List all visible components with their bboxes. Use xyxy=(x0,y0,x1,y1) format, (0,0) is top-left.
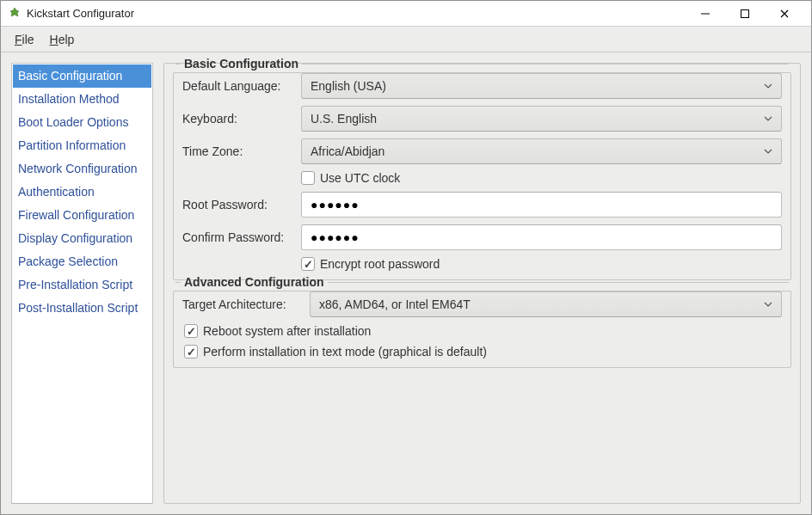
spacer xyxy=(173,378,791,494)
sidebar-item-basic-configuration[interactable]: Basic Configuration xyxy=(13,64,151,88)
sidebar-item-authentication[interactable]: Authentication xyxy=(13,181,151,204)
main-panel: Basic Configuration Default Language: En… xyxy=(163,63,801,504)
sidebar-item-partition-information[interactable]: Partition Information xyxy=(13,134,151,157)
titlebar: Kickstart Configurator xyxy=(1,1,811,27)
sidebar-item-pre-installation-script[interactable]: Pre-Installation Script xyxy=(13,273,151,297)
sidebar-list: Basic Configuration Installation Method … xyxy=(13,64,151,320)
sidebar-item-display-configuration[interactable]: Display Configuration xyxy=(13,227,151,250)
timezone-value: Africa/Abidjan xyxy=(311,144,384,158)
basic-config-legend: Basic Configuration xyxy=(181,57,302,71)
reboot-checkbox[interactable] xyxy=(184,324,198,338)
sidebar-item-boot-loader-options[interactable]: Boot Loader Options xyxy=(13,111,151,134)
sidebar-item-package-selection[interactable]: Package Selection xyxy=(13,250,151,273)
default-language-value: English (USA) xyxy=(311,79,386,93)
close-button[interactable] xyxy=(765,1,804,27)
sidebar-item-firewall-configuration[interactable]: Firewall Configuration xyxy=(13,204,151,227)
root-password-value: ●●●●●● xyxy=(311,198,360,212)
encrypt-root-label: Encrypt root password xyxy=(320,257,440,271)
app-window: Kickstart Configurator File Help Basic C… xyxy=(0,0,812,515)
use-utc-label: Use UTC clock xyxy=(320,171,400,185)
sidebar-item-network-configuration[interactable]: Network Configuration xyxy=(13,157,151,181)
advanced-config-group: Advanced Configuration Target Architectu… xyxy=(173,291,791,368)
chevron-down-icon xyxy=(764,149,772,154)
sidebar-item-post-installation-script[interactable]: Post-Installation Script xyxy=(13,297,151,320)
chevron-down-icon xyxy=(764,302,772,307)
window-controls xyxy=(686,1,804,27)
keyboard-label: Keyboard: xyxy=(182,112,294,126)
keyboard-value: U.S. English xyxy=(311,112,377,126)
app-icon xyxy=(8,7,22,21)
target-arch-value: x86, AMD64, or Intel EM64T xyxy=(319,297,471,311)
menu-file[interactable]: File xyxy=(8,29,41,50)
reboot-label: Reboot system after installation xyxy=(203,324,371,338)
root-password-input[interactable]: ●●●●●● xyxy=(301,192,782,218)
menu-help-label: elp xyxy=(58,33,75,46)
use-utc-checkbox-row[interactable]: Use UTC clock xyxy=(301,171,400,185)
default-language-combo[interactable]: English (USA) xyxy=(301,73,782,99)
basic-config-group: Basic Configuration Default Language: En… xyxy=(173,72,791,280)
timezone-label: Time Zone: xyxy=(182,144,294,158)
timezone-combo[interactable]: Africa/Abidjan xyxy=(301,138,782,164)
confirm-password-label: Confirm Password: xyxy=(182,230,294,244)
encrypt-root-checkbox[interactable] xyxy=(301,257,315,271)
default-language-label: Default Language: xyxy=(182,79,294,93)
textmode-label: Perform installation in text mode (graph… xyxy=(203,345,487,359)
encrypt-root-row[interactable]: Encrypt root password xyxy=(301,257,440,271)
advanced-config-legend: Advanced Configuration xyxy=(181,275,328,289)
body: Basic Configuration Installation Method … xyxy=(1,52,811,514)
textmode-checkbox[interactable] xyxy=(184,345,198,359)
menubar: File Help xyxy=(1,27,811,52)
keyboard-combo[interactable]: U.S. English xyxy=(301,106,782,132)
target-arch-label: Target Architecture: xyxy=(182,297,303,311)
confirm-password-input[interactable]: ●●●●●● xyxy=(301,224,782,250)
sidebar-item-installation-method[interactable]: Installation Method xyxy=(13,88,151,111)
target-arch-combo[interactable]: x86, AMD64, or Intel EM64T xyxy=(310,291,782,317)
minimize-button[interactable] xyxy=(686,1,725,27)
maximize-button[interactable] xyxy=(725,1,765,27)
window-title: Kickstart Configurator xyxy=(27,7,686,20)
textmode-row[interactable]: Perform installation in text mode (graph… xyxy=(184,345,782,359)
chevron-down-icon xyxy=(764,83,772,89)
sidebar: Basic Configuration Installation Method … xyxy=(11,63,153,504)
root-password-label: Root Password: xyxy=(182,198,294,212)
use-utc-checkbox[interactable] xyxy=(301,171,315,185)
confirm-password-value: ●●●●●● xyxy=(311,230,360,244)
menu-help[interactable]: Help xyxy=(43,29,82,50)
menu-file-label: ile xyxy=(22,33,34,46)
svg-rect-0 xyxy=(741,9,749,17)
reboot-row[interactable]: Reboot system after installation xyxy=(184,324,782,338)
chevron-down-icon xyxy=(764,116,772,121)
